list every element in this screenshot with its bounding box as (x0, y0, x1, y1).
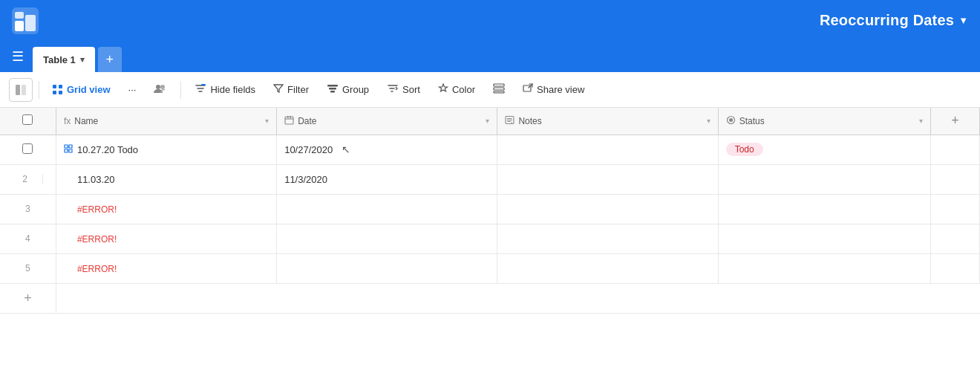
row-3-name-cell[interactable]: #ERROR! (56, 194, 276, 224)
row-4-extra-cell (930, 224, 979, 253)
main-content: fx Name ▾ (0, 108, 980, 385)
row-4-name-cell[interactable]: #ERROR! (56, 224, 276, 253)
hide-fields-button[interactable]: Hide fields (187, 80, 263, 100)
row-3-extra-cell (930, 194, 979, 224)
row-5-notes-cell[interactable] (497, 253, 718, 283)
expand-row-1-icon[interactable] (64, 143, 73, 155)
svg-rect-1 (15, 21, 24, 31)
tab-label: Table 1 (43, 54, 76, 65)
row-1-status-cell[interactable]: Todo (718, 135, 930, 164)
row-5-name-cell[interactable]: #ERROR! (56, 253, 276, 283)
hide-fields-label: Hide fields (210, 84, 255, 95)
sort-button[interactable]: Sort (379, 80, 428, 100)
data-table: fx Name ▾ (0, 108, 980, 314)
date-col-icon (284, 115, 294, 127)
add-row: + (0, 283, 980, 313)
grid-view-button[interactable]: Grid view (45, 80, 118, 99)
row-4-status-cell[interactable] (718, 224, 930, 253)
svg-rect-12 (494, 88, 504, 90)
table-tab[interactable]: Table 1 ▾ (33, 47, 95, 72)
date-col-dropdown-icon[interactable]: ▾ (486, 117, 489, 125)
header-status[interactable]: Status ▾ (718, 108, 930, 135)
svg-rect-8 (327, 85, 338, 87)
table-row: 3 #ERROR! (0, 194, 980, 224)
color-button[interactable]: Color (431, 80, 483, 100)
row-height-button[interactable] (486, 80, 512, 100)
svg-rect-10 (330, 91, 335, 93)
row-1-date-cell[interactable]: 10/27/2020 ↖ (277, 135, 497, 164)
add-column-icon[interactable]: + (951, 113, 959, 129)
row-2-name: 11.03.20 (77, 174, 115, 185)
team-button[interactable] (146, 80, 174, 100)
row-5-checkbox-cell: 5 (0, 253, 56, 283)
row-1-name-cell[interactable]: 10.27.20 Todo (56, 135, 276, 164)
svg-point-7 (160, 85, 165, 89)
svg-point-6 (156, 85, 160, 89)
group-button[interactable]: Group (319, 80, 376, 100)
row-2-date-cell[interactable]: 11/3/2020 (277, 164, 497, 194)
notes-col-dropdown-icon[interactable]: ▾ (707, 117, 710, 125)
hamburger-button[interactable]: ☰ (6, 41, 30, 72)
filter-button[interactable]: Filter (266, 80, 316, 100)
table-row: 5 #ERROR! (0, 253, 980, 283)
row-height-icon (493, 83, 505, 96)
filter-label: Filter (287, 84, 309, 95)
sidebar-toggle-button[interactable] (9, 78, 33, 102)
add-column-header[interactable]: + (930, 108, 979, 135)
tab-dropdown-icon[interactable]: ▾ (80, 55, 85, 65)
table-header-row: fx Name ▾ (0, 108, 980, 135)
row-3-date-cell[interactable] (277, 194, 497, 224)
color-label: Color (452, 84, 475, 95)
share-view-button[interactable]: Share view (515, 80, 592, 100)
filter-icon (273, 83, 284, 96)
status-col-dropdown-icon[interactable]: ▾ (919, 117, 923, 125)
row-3-notes-cell[interactable] (497, 194, 718, 224)
team-icon (154, 83, 167, 96)
svg-rect-9 (329, 88, 336, 90)
name-col-dropdown-icon[interactable]: ▾ (265, 117, 269, 125)
row-1-notes-cell[interactable] (497, 135, 718, 164)
row-2-notes-cell[interactable] (497, 164, 718, 194)
row-4-date-cell[interactable] (277, 224, 497, 253)
row-3-name: #ERROR! (77, 204, 117, 215)
header-date[interactable]: Date ▾ (277, 108, 497, 135)
table-row: 2 11.03.20 11/3/2020 (0, 164, 980, 194)
header-notes[interactable]: Notes ▾ (497, 108, 718, 135)
row-5-date-cell[interactable] (277, 253, 497, 283)
more-options-button[interactable]: ··· (121, 80, 144, 99)
add-table-button[interactable]: + (98, 47, 122, 72)
row-4-checkbox-cell: 4 (0, 224, 56, 253)
row-5-status-cell[interactable] (718, 253, 930, 283)
notes-col-label: Notes (518, 116, 541, 126)
row-2-name-cell[interactable]: 11.03.20 (56, 164, 276, 194)
row-1-checkbox[interactable] (22, 143, 33, 154)
row-2-checkbox-cell: 2 (0, 164, 56, 194)
cursor-indicator: ↖ (342, 143, 350, 155)
svg-rect-16 (287, 116, 289, 118)
more-options-icon: ··· (128, 84, 137, 95)
header-checkbox-cell (0, 108, 56, 135)
name-col-icon: fx (64, 116, 71, 126)
row-1-extra-cell (930, 135, 979, 164)
app-title: Reoccurring Dates (820, 12, 954, 29)
row-2-extra-cell (930, 164, 979, 194)
toolbar-separator-2 (180, 81, 181, 99)
row-2-status-cell[interactable] (718, 164, 930, 194)
table-wrapper: fx Name ▾ (0, 108, 980, 385)
header-name[interactable]: fx Name ▾ (56, 108, 276, 135)
date-col-label: Date (298, 116, 316, 126)
row-4-name: #ERROR! (77, 234, 117, 245)
row-4-notes-cell[interactable] (497, 224, 718, 253)
row-3-status-cell[interactable] (718, 194, 930, 224)
row-1-checkbox-cell (0, 135, 56, 164)
select-all-checkbox[interactable] (22, 114, 33, 125)
status-col-icon (726, 115, 736, 126)
row-1-date: 10/27/2020 (284, 144, 333, 155)
group-label: Group (342, 84, 369, 95)
sort-icon (387, 83, 399, 96)
svg-rect-5 (22, 85, 26, 95)
add-row-icon[interactable]: + (24, 291, 32, 305)
add-row-cell[interactable]: + (0, 283, 56, 313)
row-2-num: 2 (7, 174, 43, 184)
title-dropdown-icon[interactable]: ▼ (958, 15, 968, 26)
